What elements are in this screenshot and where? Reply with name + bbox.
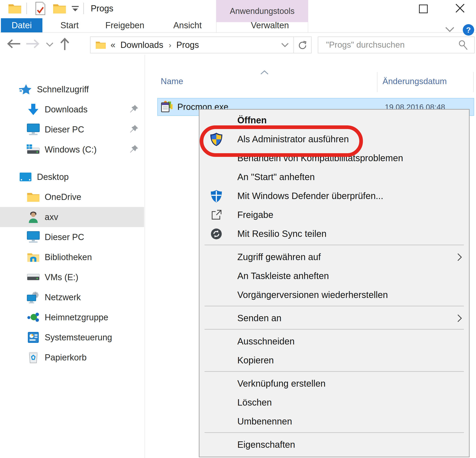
pin-icon: [129, 144, 139, 154]
this-pc-icon: [26, 123, 41, 136]
menu-item-label: An Taskleiste anheften: [237, 271, 329, 281]
menu-item-verkn-pfung-erstellen[interactable]: Verknüpfung erstellen: [199, 374, 469, 393]
breadcrumb-collapsed[interactable]: «: [110, 40, 115, 50]
sidebar-item-dieser-pc[interactable]: Dieser PC: [0, 227, 144, 247]
contextual-tab-group-label: Anwendungstools: [230, 6, 295, 16]
menu-item-label: Behandeln von Kompatibilitätsproblemen: [237, 153, 403, 163]
tab-ansicht[interactable]: Ansicht: [169, 18, 206, 32]
sidebar-item-dieser-pc[interactable]: Dieser PC: [0, 119, 144, 140]
menu-item-label: Freigabe: [237, 210, 273, 220]
tab-label: Verwalten: [251, 20, 289, 30]
address-dropdown-chevron-icon[interactable]: [281, 43, 289, 47]
menu-item-behandeln-von-kompatibilit-tsproblemen[interactable]: Behandeln von Kompatibilitätsproblemen: [199, 149, 469, 168]
search-placeholder: "Progs" durchsuchen: [326, 40, 405, 50]
back-icon[interactable]: [7, 39, 21, 49]
sidebar-item-label: Schnellzugriff: [37, 85, 89, 94]
drive-icon: [26, 271, 41, 284]
menu-item-vorg-ngerversionen-wiederherstellen[interactable]: Vorgängerversionen wiederherstellen: [199, 285, 469, 304]
menu-item-label: Mit Resilio Sync teilen: [237, 229, 326, 239]
sidebar-item-vms-e[interactable]: VMs (E:): [0, 267, 144, 287]
maximize-icon: [419, 5, 428, 13]
menu-item-label: Vorgängerversionen wiederherstellen: [237, 290, 388, 300]
menu-item-label: Umbenennen: [237, 416, 292, 426]
menu-item-umbenennen[interactable]: Umbenennen: [199, 412, 469, 431]
menu-item-label: Löschen: [237, 397, 272, 408]
forward-icon[interactable]: [26, 39, 40, 49]
maximize-button[interactable]: [409, 0, 436, 18]
qat-customize-chevron-icon[interactable]: [70, 6, 80, 12]
window-title: Progs: [91, 4, 113, 13]
column-divider[interactable]: [377, 72, 377, 92]
help-button[interactable]: ?: [463, 24, 474, 35]
column-header-modified[interactable]: Änderungsdatum: [382, 76, 447, 86]
sidebar-item-onedrive[interactable]: OneDrive: [0, 187, 144, 207]
menu-item-label: Öffnen: [237, 115, 267, 125]
sidebar-item-systemsteuerung[interactable]: Systemsteuerung: [0, 327, 144, 348]
column-divider-right[interactable]: [473, 72, 474, 92]
network-icon: [26, 291, 41, 304]
menu-item-label: Als Administrator ausführen: [237, 134, 349, 144]
menu-item-ausschneiden[interactable]: Ausschneiden: [199, 332, 469, 351]
menu-item-kopieren[interactable]: Kopieren: [199, 351, 469, 370]
minimize-button[interactable]: [367, 0, 395, 18]
address-bar[interactable]: « Downloads › Progs: [90, 36, 312, 53]
menu-item-an-start-anheften[interactable]: An "Start" anheften: [199, 168, 469, 187]
tab-start[interactable]: Start: [52, 18, 87, 32]
breadcrumb-downloads[interactable]: Downloads: [120, 40, 163, 50]
breadcrumb-progs[interactable]: Progs: [176, 40, 199, 50]
contextual-line-right: [308, 22, 308, 32]
tab-verwalten[interactable]: Verwalten: [241, 18, 299, 32]
menu-item-ffnen[interactable]: Öffnen: [199, 111, 469, 130]
sidebar-item-label: Bibliotheken: [45, 252, 92, 262]
sidebar-item-bibliotheken[interactable]: Bibliotheken: [0, 247, 144, 267]
menu-separator: [204, 306, 464, 306]
procmon-icon: [161, 100, 174, 114]
menu-item-mit-resilio-sync-teilen[interactable]: Mit Resilio Sync teilen: [199, 224, 469, 243]
sidebar-item-label: Heimnetzgruppe: [45, 313, 108, 322]
search-input[interactable]: "Progs" durchsuchen: [318, 36, 475, 53]
search-icon[interactable]: [458, 40, 468, 50]
ribbon-collapse-chevron-icon[interactable]: [445, 26, 455, 32]
up-icon[interactable]: [59, 37, 71, 51]
resilio-icon: [209, 227, 224, 241]
sidebar-item-heimnetzgruppe[interactable]: Heimnetzgruppe: [0, 307, 144, 327]
sidebar-item-desktop[interactable]: Desktop: [0, 167, 144, 187]
sidebar-item-label: Netzwerk: [45, 292, 81, 302]
help-label: ?: [466, 25, 471, 34]
sidebar-item-windows-c[interactable]: Windows (C:): [0, 140, 144, 160]
close-button[interactable]: [447, 0, 474, 18]
menu-separator: [204, 371, 464, 372]
sidebar-item-schnellzugriff[interactable]: Schnellzugriff: [0, 79, 144, 99]
qat-properties-icon[interactable]: [33, 1, 47, 16]
column-header-name[interactable]: Name: [161, 76, 183, 86]
menu-item-freigabe[interactable]: Freigabe: [199, 205, 469, 224]
defender-icon: [209, 189, 224, 203]
sidebar-item-axv[interactable]: axv: [0, 207, 144, 227]
menu-item-als-administrator-ausf-hren[interactable]: Als Administrator ausführen: [199, 130, 469, 149]
tab-datei[interactable]: Datei: [1, 18, 42, 32]
menu-separator: [204, 329, 464, 330]
menu-item-label: Senden an: [237, 313, 281, 323]
menu-item-l-schen[interactable]: Löschen: [199, 393, 469, 412]
sidebar-item-label: Systemsteuerung: [45, 333, 112, 342]
history-chevron-icon[interactable]: [45, 42, 54, 47]
menu-item-eigenschaften[interactable]: Eigenschaften: [199, 435, 469, 454]
menu-item-zugriff-gew-hren-auf[interactable]: Zugriff gewähren auf: [199, 248, 469, 266]
sidebar-item-label: Dieser PC: [45, 232, 84, 242]
menu-item-an-taskleiste-anheften[interactable]: An Taskleiste anheften: [199, 266, 469, 285]
qat-new-folder-icon[interactable]: [52, 2, 67, 15]
menu-item-mit-windows-defender-berpr-fen[interactable]: Mit Windows Defender überprüfen...: [199, 187, 469, 205]
menu-item-senden-an[interactable]: Senden an: [199, 309, 469, 328]
tab-freigeben[interactable]: Freigeben: [98, 18, 152, 32]
control-panel-icon: [26, 331, 41, 344]
breadcrumb-chevron[interactable]: ›: [169, 41, 171, 50]
sidebar-item-netzwerk[interactable]: Netzwerk: [0, 287, 144, 307]
sidebar-item-papierkorb[interactable]: Papierkorb: [0, 348, 144, 367]
pin-icon: [129, 104, 139, 114]
user-icon: [26, 210, 41, 224]
sidebar-item-downloads[interactable]: Downloads: [0, 99, 144, 119]
sort-ascending-icon[interactable]: [260, 70, 269, 75]
menu-item-label: Kopieren: [237, 355, 274, 365]
sidebar-item-label: Desktop: [37, 172, 69, 182]
refresh-icon[interactable]: [298, 39, 307, 50]
